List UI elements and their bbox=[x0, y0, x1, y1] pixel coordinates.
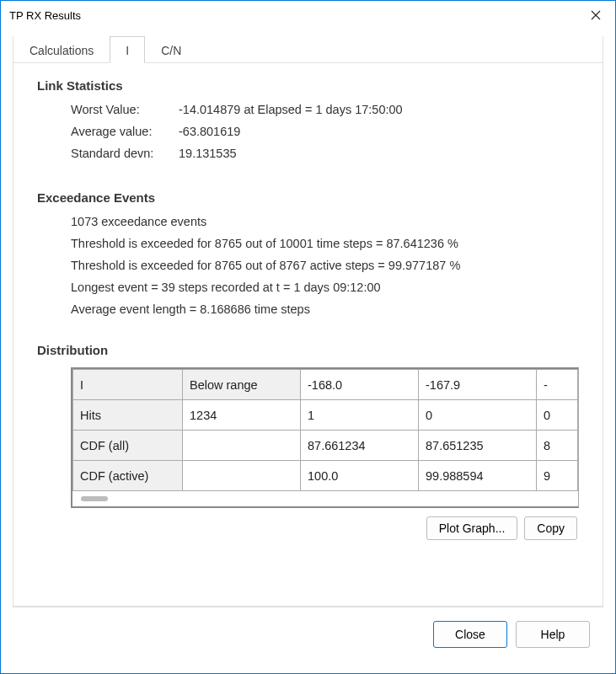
link-statistics-block: Worst Value: -14.014879 at Elapsed = 1 d… bbox=[71, 103, 579, 168]
tab-cn[interactable]: C/N bbox=[145, 36, 197, 63]
plot-graph-button[interactable]: Plot Graph... bbox=[426, 516, 518, 540]
table-row: CDF (all) 87.661234 87.651235 8 bbox=[73, 431, 578, 461]
copy-button[interactable]: Copy bbox=[524, 516, 577, 540]
table-cell[interactable]: 9 bbox=[537, 461, 578, 491]
table-row: Hits 1234 1 0 0 bbox=[73, 400, 578, 431]
row-header-cdf-all: CDF (all) bbox=[73, 431, 183, 461]
average-value-label: Average value: bbox=[71, 125, 179, 138]
events-timesteps-line: Threshold is exceeded for 8765 out of 10… bbox=[71, 237, 579, 250]
content-area: Calculations I C/N Link Statistics Worst… bbox=[1, 29, 615, 673]
close-icon bbox=[591, 10, 601, 20]
table-cell[interactable] bbox=[183, 461, 301, 491]
titlebar: TP RX Results bbox=[1, 1, 615, 29]
row-header-cdf-active: CDF (active) bbox=[73, 461, 183, 491]
table-cell[interactable] bbox=[183, 431, 301, 461]
worst-value: -14.014879 at Elapsed = 1 days 17:50:00 bbox=[179, 103, 403, 116]
dialog-window: TP RX Results Calculations I C/N Link St… bbox=[0, 0, 616, 674]
table-cell[interactable]: Below range bbox=[183, 370, 301, 400]
table-cell[interactable]: 87.661234 bbox=[301, 431, 419, 461]
table-cell[interactable]: 0 bbox=[537, 400, 578, 431]
close-button[interactable]: Close bbox=[433, 621, 507, 648]
table-cell[interactable]: 0 bbox=[419, 400, 537, 431]
link-statistics-heading: Link Statistics bbox=[37, 78, 579, 93]
tabs-container: Calculations I C/N Link Statistics Worst… bbox=[13, 36, 603, 607]
table-row: I Below range -168.0 -167.9 - bbox=[73, 370, 578, 400]
table-cell[interactable]: 100.0 bbox=[301, 461, 419, 491]
distribution-table: I Below range -168.0 -167.9 - Hits 1234 … bbox=[72, 369, 578, 491]
distribution-table-wrap: I Below range -168.0 -167.9 - Hits 1234 … bbox=[71, 367, 579, 508]
scrollbar-thumb[interactable] bbox=[81, 496, 108, 501]
window-title: TP RX Results bbox=[9, 9, 81, 22]
distribution-buttons: Plot Graph... Copy bbox=[71, 516, 577, 540]
table-cell[interactable]: 1 bbox=[301, 400, 419, 431]
exceedance-events-heading: Exceedance Events bbox=[37, 190, 579, 205]
table-cell[interactable]: 8 bbox=[537, 431, 578, 461]
help-button[interactable]: Help bbox=[516, 621, 590, 648]
exceedance-events-block: 1073 exceedance events Threshold is exce… bbox=[71, 215, 579, 324]
distribution-heading: Distribution bbox=[37, 343, 579, 357]
tab-body: Link Statistics Worst Value: -14.014879 … bbox=[13, 63, 603, 597]
events-avglength-line: Average event length = 8.168686 time ste… bbox=[71, 302, 579, 316]
table-row: CDF (active) 100.0 99.988594 9 bbox=[73, 461, 578, 491]
standard-devn-value: 19.131535 bbox=[179, 147, 237, 160]
worst-value-label: Worst Value: bbox=[71, 103, 179, 116]
tabs-bar: Calculations I C/N bbox=[13, 36, 603, 63]
events-longest-line: Longest event = 39 steps recorded at t =… bbox=[71, 281, 579, 294]
standard-devn-label: Standard devn: bbox=[71, 147, 179, 160]
row-header-i: I bbox=[73, 370, 183, 400]
events-count-line: 1073 exceedance events bbox=[71, 215, 579, 228]
tab-i[interactable]: I bbox=[110, 36, 145, 63]
average-value: -63.801619 bbox=[179, 125, 240, 138]
table-cell[interactable]: -168.0 bbox=[301, 370, 419, 400]
horizontal-scrollbar[interactable] bbox=[72, 491, 578, 506]
table-cell[interactable]: 87.651235 bbox=[419, 431, 537, 461]
table-cell[interactable]: 99.988594 bbox=[419, 461, 537, 491]
tab-calculations[interactable]: Calculations bbox=[13, 36, 110, 63]
window-close-button[interactable] bbox=[576, 1, 615, 29]
table-cell[interactable]: 1234 bbox=[183, 400, 301, 431]
table-cell[interactable]: - bbox=[537, 370, 578, 400]
dialog-footer: Close Help bbox=[13, 607, 603, 661]
table-cell[interactable]: -167.9 bbox=[419, 370, 537, 400]
events-activesteps-line: Threshold is exceeded for 8765 out of 87… bbox=[71, 259, 579, 272]
row-header-hits: Hits bbox=[73, 400, 183, 431]
distribution-block: I Below range -168.0 -167.9 - Hits 1234 … bbox=[71, 367, 579, 540]
